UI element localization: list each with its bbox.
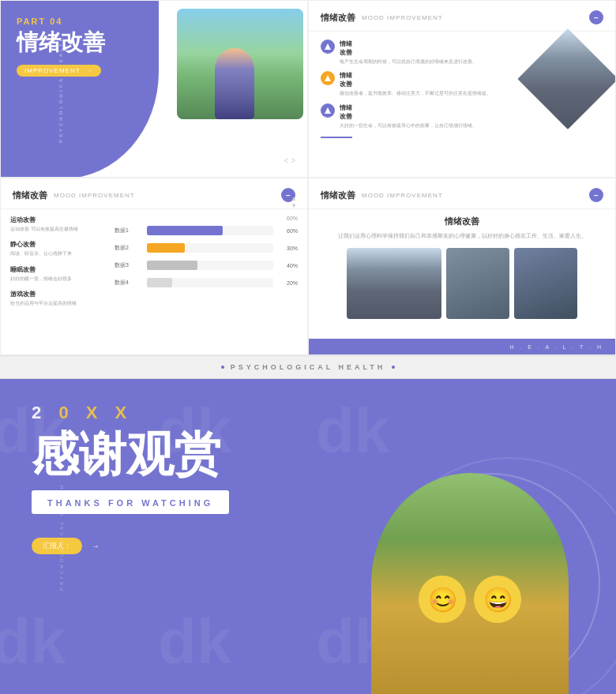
slide3: 情绪改善 MOOD IMPROVEMENT − 运动改善 运动改善 可以有效提高… [0,178,308,355]
chart-bar-3: 数据3 40% [115,261,298,270]
photo-audience-1 [347,248,441,319]
scroll-arrows[interactable]: ▲ ▼ [288,196,299,208]
list-item-3: 睡眠改善 好好的睡一觉，情绪会好很多 [10,265,105,282]
watermark-5: dk [158,606,231,678]
bottom-reporter-label[interactable]: 汇报人： [32,538,82,554]
slide3-header-en: MOOD IMPROVEMENT [54,192,135,199]
scroll-up[interactable]: ▲ [288,196,299,201]
bar-fill-1 [147,226,223,235]
slide2-btn-icon: − [594,13,599,22]
list-item-4-title: 游戏改善 [10,290,105,298]
chart-bar-4: 数据4 20% [115,278,298,287]
bar-fill-3 [147,261,197,270]
list-item-3-title: 睡眠改善 [10,265,105,274]
slide2-image [516,39,603,118]
year-2: 2 [32,403,47,422]
slide2-header-cn: 情绪改善 [321,12,355,24]
list-item-4-desc: 恰当的运用与平台运提高的情绪 [10,300,105,306]
bar-pct-3: 40% [278,263,298,268]
slide2-underline [321,137,352,142]
mood-icon-2 [321,71,335,85]
slide4-main-title: 情绪改善 [321,216,603,227]
slide4-subtitle: 让我们运用心理科学保持我们自己和亲感挚友的心理健康，以好好的身心就在工作、生活、… [321,232,603,240]
slide4-photo-1 [347,248,441,319]
smiley-face-1: 😊 [419,576,466,623]
mood-title-2: 情绪改善 [340,71,509,88]
slide2-body: 情绪改善 每产生生命周期的时候，可以找自己情愿的好情绪来及进行改善。 情绪改善 … [309,32,615,137]
top-row: PSYCHOLOGICAL HEALTH PART 04 情绪改善 IMPROV… [0,0,616,178]
slide4-header-btn[interactable]: − [589,188,603,202]
slide2-items: 情绪改善 每产生生命周期的时候，可以找自己情愿的好情绪来及进行改善。 情绪改善 … [321,39,509,129]
main-container: PSYCHOLOGICAL HEALTH PART 04 情绪改善 IMPROV… [0,0,616,694]
mood-text-3: 情绪改善 大好的一切生命，可以有效疏导心中的烦事，让自己情感行情绪。 [340,103,509,129]
bar-label-1: 数据1 [115,227,142,234]
svg-marker-1 [325,75,331,81]
bar-bg-4 [147,278,273,287]
slide1: PSYCHOLOGICAL HEALTH PART 04 情绪改善 IMPROV… [0,0,308,178]
bottom-person-image: 😊 😄 [371,473,569,694]
bottom-slide: dk dk dk dk dk dk 😊 😄 PSYCHOLOGICAL HEAL… [0,379,616,694]
slide4-btn-icon: − [594,191,599,200]
bar-label-4: 数据4 [115,279,142,287]
slide2-header-btn[interactable]: − [589,10,603,24]
mood-item-1: 情绪改善 每产生生命周期的时候，可以找自己情愿的好情绪来及进行改善。 [321,39,509,65]
bar-bg-1 [147,226,273,235]
slide1-content: PART 04 情绪改善 IMPROVEMENT → [1,1,307,92]
bar-label-3: 数据3 [115,261,142,269]
bottom-year: 2 0 X X [32,403,584,423]
audience-photo [518,29,616,129]
bar-pct-2: 30% [278,246,298,251]
list-item-3-desc: 好好的睡一觉，情绪会好很多 [10,276,105,282]
bottom-thanks-text: THANKS FOR WATCHING [47,498,213,508]
mood-text-2: 情绪改善 微信改善者，提升能效率、移动注意力，不断过度可的注意在是情绪提。 [340,71,509,96]
bottom-main-title: 感谢观赏 [32,431,584,478]
mood-icon-3 [321,103,335,118]
chart-top-label: 60% [115,216,298,221]
bottom-side-text: PSYCHOLOGICAL HEALTH [59,482,64,590]
slide1-badge[interactable]: IMPROVEMENT → [17,65,101,77]
year-x-x: X X [86,403,133,422]
bottom-reporter-arrow: → [92,542,100,550]
slide1-title: 情绪改善 [17,31,291,55]
bar-pct-1: 60% [278,228,298,234]
mood-item-3: 情绪改善 大好的一切生命，可以有效疏导心中的烦事，让自己情感行情绪。 [321,103,509,129]
mood-desc-1: 每产生生命周期的时候，可以找自己情愿的好情绪来及进行改善。 [340,58,509,65]
photo-audience-2 [446,248,509,319]
slide3-body: 运动改善 运动改善 可以有效提高生最情绪 静心改善 阅读、听音乐、让心情静下来 … [1,209,307,321]
smiley-photo: 😊 😄 [371,473,569,694]
divider-dot-right [392,366,395,369]
list-item-2-title: 静心改善 [10,240,105,249]
mood-title-1: 情绪改善 [340,39,509,57]
slide3-header-cn: 情绪改善 [13,189,47,201]
slide4-photo-3 [514,248,577,319]
slide4-photo-2 [446,248,509,319]
list-item-4: 游戏改善 恰当的运用与平台运提高的情绪 [10,290,105,306]
slide2-header-en: MOOD IMPROVEMENT [362,14,443,21]
svg-marker-0 [325,43,331,50]
bar-fill-4 [147,278,172,287]
slide4-footer: H . E . A . L . T . H [309,339,615,355]
slide4-header: 情绪改善 MOOD IMPROVEMENT − [309,178,615,209]
photo-audience-3 [514,248,577,319]
chart-bar-2: 数据2 30% [115,243,298,253]
list-item-1-desc: 运动改善 可以有效提高生最情绪 [10,226,105,232]
bar-bg-3 [147,261,273,270]
list-item-1: 运动改善 运动改善 可以有效提高生最情绪 [10,216,105,232]
slide3-list: 运动改善 运动改善 可以有效提高生最情绪 静心改善 阅读、听音乐、让心情静下来 … [10,216,105,315]
year-0-1: 0 [58,403,74,422]
svg-marker-2 [325,107,331,114]
bar-pct-4: 20% [278,280,298,286]
mood-icon-1 [321,39,335,54]
mood-desc-3: 大好的一切生命，可以有效疏导心中的烦事，让自己情感行情绪。 [340,122,509,129]
divider-text: PSYCHOLOGICAL HEALTH [231,363,386,371]
mood-text-1: 情绪改善 每产生生命周期的时候，可以找自己情愿的好情绪来及进行改善。 [340,39,509,65]
bar-fill-2 [147,243,185,253]
slide1-arrows: < > [284,156,295,165]
mood-desc-2: 微信改善者，提升能效率、移动注意力，不断过度可的注意在是情绪提。 [340,90,509,96]
slide1-part-label: PART 04 [17,17,291,26]
scroll-down[interactable]: ▼ [288,203,299,208]
bar-label-2: 数据2 [115,244,142,252]
watermark-4: dk [0,606,66,678]
mood-title-3: 情绪改善 [340,103,509,121]
diamond-inner [518,29,616,129]
